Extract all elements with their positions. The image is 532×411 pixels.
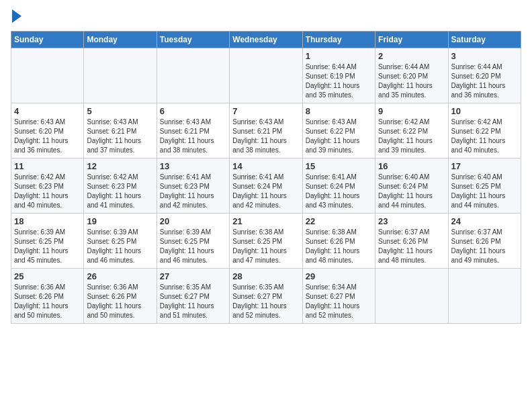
header-thursday: Thursday [302, 32, 375, 48]
day-number: 12 [87, 161, 153, 171]
calendar-cell: 17Sunrise: 6:40 AM Sunset: 6:25 PM Dayli… [448, 158, 521, 214]
header-friday: Friday [375, 32, 448, 48]
calendar-week-row: 4Sunrise: 6:43 AM Sunset: 6:20 PM Daylig… [11, 103, 521, 158]
calendar-cell [375, 269, 448, 324]
calendar-cell [84, 48, 157, 103]
day-number: 14 [232, 161, 299, 171]
calendar-cell: 15Sunrise: 6:41 AM Sunset: 6:24 PM Dayli… [302, 158, 375, 214]
day-number: 7 [232, 106, 299, 116]
day-info: Sunrise: 6:43 AM Sunset: 6:21 PM Dayligh… [87, 118, 153, 155]
header-tuesday: Tuesday [157, 32, 229, 48]
calendar-cell [448, 269, 521, 324]
calendar-cell: 25Sunrise: 6:36 AM Sunset: 6:26 PM Dayli… [11, 269, 84, 324]
calendar-table: SundayMondayTuesdayWednesdayThursdayFrid… [11, 31, 521, 324]
day-number: 1 [306, 51, 372, 61]
calendar-cell: 5Sunrise: 6:43 AM Sunset: 6:21 PM Daylig… [84, 103, 157, 158]
header-monday: Monday [84, 32, 157, 48]
day-number: 6 [160, 106, 226, 116]
header-wednesday: Wednesday [230, 32, 302, 48]
calendar-cell: 4Sunrise: 6:43 AM Sunset: 6:20 PM Daylig… [11, 103, 84, 158]
day-info: Sunrise: 6:44 AM Sunset: 6:20 PM Dayligh… [378, 62, 445, 100]
day-info: Sunrise: 6:38 AM Sunset: 6:25 PM Dayligh… [232, 228, 299, 265]
day-info: Sunrise: 6:42 AM Sunset: 6:23 PM Dayligh… [14, 173, 81, 210]
day-info: Sunrise: 6:40 AM Sunset: 6:24 PM Dayligh… [378, 173, 445, 210]
day-number: 10 [451, 106, 518, 116]
day-info: Sunrise: 6:43 AM Sunset: 6:22 PM Dayligh… [306, 118, 372, 155]
day-info: Sunrise: 6:35 AM Sunset: 6:27 PM Dayligh… [160, 283, 226, 320]
calendar-cell: 2Sunrise: 6:44 AM Sunset: 6:20 PM Daylig… [375, 48, 448, 103]
day-info: Sunrise: 6:44 AM Sunset: 6:19 PM Dayligh… [306, 62, 372, 100]
calendar-cell: 20Sunrise: 6:39 AM Sunset: 6:25 PM Dayli… [157, 214, 229, 269]
calendar-cell: 16Sunrise: 6:40 AM Sunset: 6:24 PM Dayli… [375, 158, 448, 214]
calendar-cell: 29Sunrise: 6:34 AM Sunset: 6:27 PM Dayli… [302, 269, 375, 324]
calendar-cell: 26Sunrise: 6:36 AM Sunset: 6:26 PM Dayli… [84, 269, 157, 324]
day-info: Sunrise: 6:43 AM Sunset: 6:21 PM Dayligh… [160, 118, 226, 155]
day-number: 24 [451, 216, 518, 226]
calendar-cell: 3Sunrise: 6:44 AM Sunset: 6:20 PM Daylig… [448, 48, 521, 103]
day-info: Sunrise: 6:39 AM Sunset: 6:25 PM Dayligh… [87, 228, 153, 265]
day-info: Sunrise: 6:39 AM Sunset: 6:25 PM Dayligh… [160, 228, 226, 265]
day-info: Sunrise: 6:36 AM Sunset: 6:26 PM Dayligh… [14, 283, 81, 320]
calendar-cell [11, 48, 84, 103]
day-info: Sunrise: 6:44 AM Sunset: 6:20 PM Dayligh… [451, 62, 518, 100]
day-info: Sunrise: 6:39 AM Sunset: 6:25 PM Dayligh… [14, 228, 81, 265]
day-number: 25 [14, 271, 81, 281]
day-number: 5 [87, 106, 153, 116]
day-number: 4 [14, 106, 81, 116]
calendar-cell: 24Sunrise: 6:37 AM Sunset: 6:26 PM Dayli… [448, 214, 521, 269]
day-number: 16 [378, 161, 445, 171]
calendar-cell: 8Sunrise: 6:43 AM Sunset: 6:22 PM Daylig… [302, 103, 375, 158]
calendar-week-row: 25Sunrise: 6:36 AM Sunset: 6:26 PM Dayli… [11, 269, 521, 324]
calendar-cell [157, 48, 229, 103]
calendar-cell: 10Sunrise: 6:42 AM Sunset: 6:22 PM Dayli… [448, 103, 521, 158]
day-number: 19 [87, 216, 153, 226]
day-number: 8 [306, 106, 372, 116]
calendar-cell: 28Sunrise: 6:35 AM Sunset: 6:27 PM Dayli… [230, 269, 302, 324]
day-info: Sunrise: 6:41 AM Sunset: 6:23 PM Dayligh… [160, 173, 226, 210]
calendar-cell: 19Sunrise: 6:39 AM Sunset: 6:25 PM Dayli… [84, 214, 157, 269]
day-number: 22 [306, 216, 372, 226]
calendar-cell: 11Sunrise: 6:42 AM Sunset: 6:23 PM Dayli… [11, 158, 84, 214]
day-info: Sunrise: 6:40 AM Sunset: 6:25 PM Dayligh… [451, 173, 518, 210]
day-info: Sunrise: 6:42 AM Sunset: 6:23 PM Dayligh… [87, 173, 153, 210]
calendar-week-row: 11Sunrise: 6:42 AM Sunset: 6:23 PM Dayli… [11, 158, 521, 214]
day-number: 21 [232, 216, 299, 226]
calendar-cell: 18Sunrise: 6:39 AM Sunset: 6:25 PM Dayli… [11, 214, 84, 269]
page-header [11, 11, 521, 23]
day-info: Sunrise: 6:35 AM Sunset: 6:27 PM Dayligh… [232, 283, 299, 320]
calendar-cell: 22Sunrise: 6:38 AM Sunset: 6:26 PM Dayli… [302, 214, 375, 269]
calendar-cell: 7Sunrise: 6:43 AM Sunset: 6:21 PM Daylig… [230, 103, 302, 158]
day-number: 23 [378, 216, 445, 226]
logo-arrow-icon [12, 9, 21, 23]
calendar-cell: 27Sunrise: 6:35 AM Sunset: 6:27 PM Dayli… [157, 269, 229, 324]
calendar-week-row: 1Sunrise: 6:44 AM Sunset: 6:19 PM Daylig… [11, 48, 521, 103]
day-number: 17 [451, 161, 518, 171]
day-info: Sunrise: 6:41 AM Sunset: 6:24 PM Dayligh… [306, 173, 372, 210]
calendar-cell: 12Sunrise: 6:42 AM Sunset: 6:23 PM Dayli… [84, 158, 157, 214]
day-number: 9 [378, 106, 445, 116]
calendar-header-row: SundayMondayTuesdayWednesdayThursdayFrid… [11, 32, 521, 48]
day-number: 13 [160, 161, 226, 171]
day-info: Sunrise: 6:42 AM Sunset: 6:22 PM Dayligh… [378, 118, 445, 155]
calendar-cell: 9Sunrise: 6:42 AM Sunset: 6:22 PM Daylig… [375, 103, 448, 158]
day-number: 11 [14, 161, 81, 171]
calendar-cell: 1Sunrise: 6:44 AM Sunset: 6:19 PM Daylig… [302, 48, 375, 103]
logo [11, 11, 21, 23]
day-info: Sunrise: 6:43 AM Sunset: 6:21 PM Dayligh… [232, 118, 299, 155]
calendar-cell: 23Sunrise: 6:37 AM Sunset: 6:26 PM Dayli… [375, 214, 448, 269]
day-info: Sunrise: 6:43 AM Sunset: 6:20 PM Dayligh… [14, 118, 81, 155]
day-info: Sunrise: 6:41 AM Sunset: 6:24 PM Dayligh… [232, 173, 299, 210]
day-info: Sunrise: 6:38 AM Sunset: 6:26 PM Dayligh… [306, 228, 372, 265]
day-number: 27 [160, 271, 226, 281]
calendar-cell: 21Sunrise: 6:38 AM Sunset: 6:25 PM Dayli… [230, 214, 302, 269]
header-saturday: Saturday [448, 32, 521, 48]
day-number: 3 [451, 51, 518, 61]
header-sunday: Sunday [11, 32, 84, 48]
day-number: 2 [378, 51, 445, 61]
day-number: 18 [14, 216, 81, 226]
day-number: 29 [306, 271, 372, 281]
day-number: 28 [232, 271, 299, 281]
day-info: Sunrise: 6:37 AM Sunset: 6:26 PM Dayligh… [378, 228, 445, 265]
calendar-cell: 14Sunrise: 6:41 AM Sunset: 6:24 PM Dayli… [230, 158, 302, 214]
day-number: 15 [306, 161, 372, 171]
